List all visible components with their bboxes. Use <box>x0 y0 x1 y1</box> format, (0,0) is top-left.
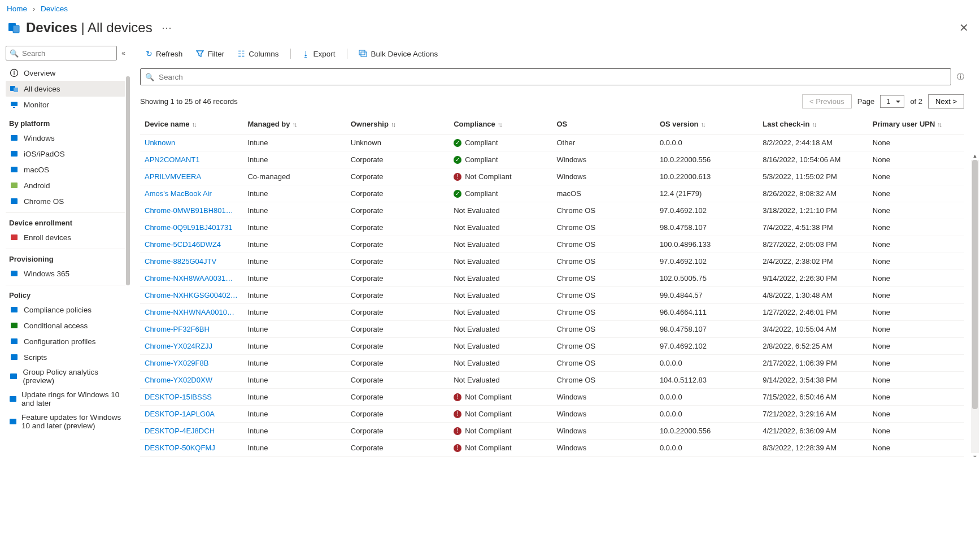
sidebar-item-conditional-access[interactable]: Conditional access <box>6 318 125 333</box>
table-row[interactable]: APRILVMVEERACo-managedCorporate!Not Comp… <box>140 168 964 185</box>
sidebar-item-monitor[interactable]: Monitor <box>6 97 125 112</box>
device-link[interactable]: Unknown <box>145 138 175 147</box>
cell-ownership: Corporate <box>346 287 449 304</box>
cell-os: Chrome OS <box>552 202 655 219</box>
filter-button[interactable]: Filter <box>190 47 230 60</box>
sidebar-item-ios-ipados[interactable]: iOS/iPadOS <box>6 146 125 162</box>
sidebar-item-compliance-policies[interactable]: Compliance policies <box>6 302 125 318</box>
device-link[interactable]: Chrome-YX02D0XW <box>145 376 212 384</box>
device-link[interactable]: DESKTOP-15IBSSS <box>145 393 212 401</box>
table-row[interactable]: UnknownIntuneUnknown✓CompliantOther0.0.0… <box>140 134 964 151</box>
breadcrumb-current[interactable]: Devices <box>41 5 68 13</box>
col-ownership[interactable]: Ownership↑↓ <box>346 114 449 134</box>
col-last-checkin[interactable]: Last check-in↑↓ <box>758 114 868 134</box>
table-row[interactable]: Chrome-PF32F6BHIntuneCorporateNot Evalua… <box>140 321 964 338</box>
scroll-up-icon[interactable]: ▲ <box>971 152 979 160</box>
table-row[interactable]: Chrome-YX024RZJJIntuneCorporateNot Evalu… <box>140 338 964 355</box>
refresh-button[interactable]: ↻Refresh <box>140 47 188 60</box>
device-link[interactable]: Chrome-NXHKGSG00402… <box>145 291 238 299</box>
device-link[interactable]: DESKTOP-1APLG0A <box>145 410 215 418</box>
table-row[interactable]: Chrome-8825G04JTVIntuneCorporateNot Eval… <box>140 253 964 270</box>
device-link[interactable]: Chrome-5CD146DWZ4 <box>145 240 221 249</box>
device-link[interactable]: Chrome-YX024RZJJ <box>145 342 212 350</box>
main-search[interactable]: 🔍 <box>140 68 951 85</box>
sidebar-item-scripts[interactable]: Scripts <box>6 349 125 365</box>
next-page-button[interactable]: Next > <box>928 94 964 108</box>
table-row[interactable]: Amos's MacBook AirIntuneCorporate✓Compli… <box>140 185 964 202</box>
sidebar-item-chrome-os[interactable]: Chrome OS <box>6 193 125 209</box>
device-link[interactable]: Chrome-YX029F8B <box>145 359 208 367</box>
svg-rect-13 <box>11 198 18 204</box>
info-icon[interactable]: ⓘ <box>957 72 964 82</box>
table-row[interactable]: APN2COMANT1IntuneCorporate✓CompliantWind… <box>140 151 964 168</box>
cell-managed: Intune <box>243 304 346 321</box>
sidebar-search[interactable]: 🔍 <box>6 46 117 60</box>
col-primary-upn[interactable]: Primary user UPN↑↓ <box>868 114 964 134</box>
device-link[interactable]: Chrome-0MWB91BH801… <box>145 206 233 215</box>
breadcrumb-home[interactable]: Home <box>7 5 27 13</box>
device-link[interactable]: Amos's MacBook Air <box>145 189 212 198</box>
device-link[interactable]: APN2COMANT1 <box>145 155 200 164</box>
device-link[interactable]: Chrome-NXHWNAA0010… <box>145 308 234 316</box>
page-select[interactable]: 1 <box>880 95 904 108</box>
sidebar-item-group-policy-analytics-preview-[interactable]: Group Policy analytics (preview) <box>6 365 125 388</box>
col-managed-by[interactable]: Managed by↑↓ <box>243 114 346 134</box>
device-link[interactable]: Chrome-0Q9L91BJ401731 <box>145 223 232 232</box>
prev-page-button[interactable]: < Previous <box>802 94 852 108</box>
table-row[interactable]: DESKTOP-50KQFMJIntuneCorporate!Not Compl… <box>140 440 964 457</box>
table-row[interactable]: Chrome-0MWB91BH801…IntuneCorporateNot Ev… <box>140 202 964 219</box>
table-row[interactable]: Chrome-YX029F8BIntuneCorporateNot Evalua… <box>140 355 964 372</box>
sidebar-item-macos[interactable]: macOS <box>6 162 125 177</box>
device-link[interactable]: DESKTOP-50KQFMJ <box>145 444 215 452</box>
device-link[interactable]: APRILVMVEERA <box>145 172 201 181</box>
table-row[interactable]: Chrome-0Q9L91BJ401731IntuneCorporateNot … <box>140 219 964 236</box>
device-link[interactable]: Chrome-PF32F6BH <box>145 325 210 333</box>
bulk-actions-button[interactable]: Bulk Device Actions <box>353 47 444 60</box>
sidebar-item-label: Conditional access <box>24 322 88 330</box>
main-search-input[interactable] <box>158 72 946 82</box>
col-os[interactable]: OS <box>552 114 655 134</box>
cell-checkin: 2/17/2022, 1:06:39 PM <box>758 355 868 372</box>
table-row[interactable]: Chrome-5CD146DWZ4IntuneCorporateNot Eval… <box>140 236 964 253</box>
scroll-down-icon[interactable]: ▼ <box>971 453 979 457</box>
table-row[interactable]: Chrome-NXHWNAA0010…IntuneCorporateNot Ev… <box>140 304 964 321</box>
main-scrollbar[interactable]: ▲ ▼ <box>971 160 979 453</box>
sidebar-scrollbar[interactable] <box>126 76 130 457</box>
device-link[interactable]: Chrome-8825G04JTV <box>145 257 216 266</box>
svg-rect-24 <box>361 52 367 57</box>
sidebar-item-enroll-devices[interactable]: Enroll devices <box>6 229 125 245</box>
sidebar-item-configuration-profiles[interactable]: Configuration profiles <box>6 333 125 349</box>
col-compliance[interactable]: Compliance↑↓ <box>449 114 552 134</box>
device-link[interactable]: Chrome-NXH8WAA0031… <box>145 274 233 283</box>
sidebar-item-windows[interactable]: Windows <box>6 130 125 146</box>
col-device-name[interactable]: Device name↑↓ <box>140 114 243 134</box>
sidebar-collapse-button[interactable]: « <box>121 49 125 57</box>
sidebar-item-feature-updates-for-windows-10-and-later-preview-[interactable]: Feature updates for Windows 10 and later… <box>6 410 125 433</box>
col-os-version[interactable]: OS version↑↓ <box>655 114 758 134</box>
cell-os: Windows <box>552 440 655 457</box>
sidebar-icon <box>9 232 19 242</box>
sidebar-search-input[interactable] <box>21 49 113 58</box>
table-row[interactable]: Chrome-NXH8WAA0031…IntuneCorporateNot Ev… <box>140 270 964 287</box>
svg-rect-12 <box>11 183 18 188</box>
sidebar-item-windows-365[interactable]: Windows 365 <box>6 266 125 281</box>
page-title: Devices | All devices <box>26 20 153 36</box>
columns-button[interactable]: ☷Columns <box>232 47 284 60</box>
sidebar-item-android[interactable]: Android <box>6 177 125 193</box>
cell-os-version: 98.0.4758.107 <box>655 219 758 236</box>
sidebar-icon <box>9 352 19 362</box>
device-link[interactable]: DESKTOP-4EJ8DCH <box>145 427 215 435</box>
table-row[interactable]: DESKTOP-1APLG0AIntuneCorporate!Not Compl… <box>140 406 964 423</box>
more-button[interactable]: ⋯ <box>162 21 172 34</box>
table-row[interactable]: DESKTOP-15IBSSSIntuneCorporate!Not Compl… <box>140 389 964 406</box>
export-button[interactable]: ⭳Export <box>297 47 341 60</box>
table-row[interactable]: DESKTOP-4EJ8DCHIntuneCorporate!Not Compl… <box>140 423 964 440</box>
svg-rect-7 <box>11 102 18 106</box>
sidebar-group-header: Provisioning <box>6 249 125 266</box>
sidebar-item-update-rings-for-windows-10-and-later[interactable]: Update rings for Windows 10 and later <box>6 388 125 410</box>
close-button[interactable]: ✕ <box>955 19 973 37</box>
table-row[interactable]: Chrome-NXHKGSG00402…IntuneCorporateNot E… <box>140 287 964 304</box>
table-row[interactable]: Chrome-YX02D0XWIntuneCorporateNot Evalua… <box>140 372 964 389</box>
sidebar-item-all-devices[interactable]: All devices <box>6 81 125 97</box>
sidebar-item-overview[interactable]: Overview <box>6 65 125 81</box>
